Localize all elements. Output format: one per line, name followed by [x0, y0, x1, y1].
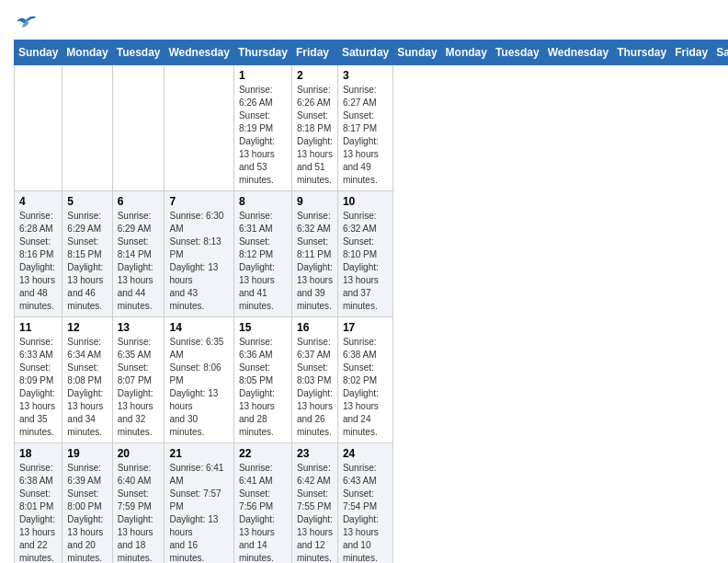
header-saturday: Saturday	[337, 40, 392, 65]
day-info: Sunrise: 6:37 AM Sunset: 8:03 PM Dayligh…	[297, 336, 333, 439]
header-thursday: Thursday	[233, 40, 291, 65]
day-number: 14	[169, 321, 228, 334]
day-cell: 5Sunrise: 6:29 AM Sunset: 8:15 PM Daylig…	[63, 191, 112, 317]
day-cell: 18Sunrise: 6:38 AM Sunset: 8:01 PM Dayli…	[15, 443, 63, 564]
day-cell: 20Sunrise: 6:40 AM Sunset: 7:59 PM Dayli…	[112, 443, 165, 564]
col-header-thursday: Thursday	[613, 40, 671, 65]
day-cell: 21Sunrise: 6:41 AM Sunset: 7:57 PM Dayli…	[165, 443, 233, 564]
day-info: Sunrise: 6:43 AM Sunset: 7:54 PM Dayligh…	[343, 462, 388, 563]
day-cell: 12Sunrise: 6:34 AM Sunset: 8:08 PM Dayli…	[63, 317, 112, 443]
day-cell: 6Sunrise: 6:29 AM Sunset: 8:14 PM Daylig…	[112, 191, 165, 317]
calendar-table: SundayMondayTuesdayWednesdayThursdayFrid…	[14, 40, 728, 563]
day-number: 23	[297, 447, 333, 460]
day-number: 2	[297, 69, 333, 82]
week-row-4: 18Sunrise: 6:38 AM Sunset: 8:01 PM Dayli…	[15, 443, 729, 564]
week-row-3: 11Sunrise: 6:33 AM Sunset: 8:09 PM Dayli…	[15, 317, 729, 443]
day-info: Sunrise: 6:34 AM Sunset: 8:08 PM Dayligh…	[67, 336, 107, 439]
header-wednesday: Wednesday	[165, 40, 233, 65]
day-number: 3	[343, 69, 388, 82]
day-number: 21	[169, 447, 228, 460]
day-info: Sunrise: 6:27 AM Sunset: 8:17 PM Dayligh…	[343, 84, 388, 187]
day-info: Sunrise: 6:32 AM Sunset: 8:10 PM Dayligh…	[343, 210, 388, 313]
header-monday: Monday	[63, 40, 112, 65]
day-info: Sunrise: 6:35 AM Sunset: 8:06 PM Dayligh…	[169, 336, 228, 439]
day-info: Sunrise: 6:26 AM Sunset: 8:19 PM Dayligh…	[239, 84, 287, 187]
day-cell: 19Sunrise: 6:39 AM Sunset: 8:00 PM Dayli…	[63, 443, 112, 564]
day-info: Sunrise: 6:33 AM Sunset: 8:09 PM Dayligh…	[19, 336, 57, 439]
header-sunday: Sunday	[15, 40, 63, 65]
day-cell: 17Sunrise: 6:38 AM Sunset: 8:02 PM Dayli…	[337, 317, 392, 443]
day-info: Sunrise: 6:32 AM Sunset: 8:11 PM Dayligh…	[297, 210, 333, 313]
week-row-2: 4Sunrise: 6:28 AM Sunset: 8:16 PM Daylig…	[15, 191, 729, 317]
day-info: Sunrise: 6:41 AM Sunset: 7:56 PM Dayligh…	[239, 462, 287, 563]
day-number: 6	[118, 195, 160, 208]
header-tuesday: Tuesday	[112, 40, 165, 65]
day-number: 11	[19, 321, 57, 334]
day-cell: 2Sunrise: 6:26 AM Sunset: 8:18 PM Daylig…	[291, 65, 337, 191]
day-number: 19	[67, 447, 107, 460]
day-number: 1	[239, 69, 287, 82]
day-info: Sunrise: 6:42 AM Sunset: 7:55 PM Dayligh…	[297, 462, 333, 563]
col-header-tuesday: Tuesday	[491, 40, 543, 65]
day-info: Sunrise: 6:26 AM Sunset: 8:18 PM Dayligh…	[297, 84, 333, 187]
day-cell: 11Sunrise: 6:33 AM Sunset: 8:09 PM Dayli…	[15, 317, 63, 443]
day-number: 9	[297, 195, 333, 208]
day-cell	[63, 65, 112, 191]
day-cell	[165, 65, 233, 191]
day-info: Sunrise: 6:29 AM Sunset: 8:14 PM Dayligh…	[118, 210, 160, 313]
day-number: 5	[67, 195, 107, 208]
day-info: Sunrise: 6:38 AM Sunset: 8:02 PM Dayligh…	[343, 336, 388, 439]
day-cell: 16Sunrise: 6:37 AM Sunset: 8:03 PM Dayli…	[291, 317, 337, 443]
day-info: Sunrise: 6:39 AM Sunset: 8:00 PM Dayligh…	[67, 462, 107, 563]
day-cell: 23Sunrise: 6:42 AM Sunset: 7:55 PM Dayli…	[291, 443, 337, 564]
col-header-monday: Monday	[441, 40, 491, 65]
day-cell: 22Sunrise: 6:41 AM Sunset: 7:56 PM Dayli…	[233, 443, 291, 564]
day-cell: 13Sunrise: 6:35 AM Sunset: 8:07 PM Dayli…	[112, 317, 165, 443]
day-cell: 3Sunrise: 6:27 AM Sunset: 8:17 PM Daylig…	[337, 65, 392, 191]
day-number: 15	[239, 321, 287, 334]
col-header-sunday: Sunday	[393, 40, 441, 65]
day-info: Sunrise: 6:36 AM Sunset: 8:05 PM Dayligh…	[239, 336, 287, 439]
day-info: Sunrise: 6:41 AM Sunset: 7:57 PM Dayligh…	[169, 462, 228, 563]
day-number: 7	[169, 195, 228, 208]
day-cell: 8Sunrise: 6:31 AM Sunset: 8:12 PM Daylig…	[233, 191, 291, 317]
day-number: 12	[67, 321, 107, 334]
day-cell	[15, 65, 63, 191]
day-cell: 15Sunrise: 6:36 AM Sunset: 8:05 PM Dayli…	[233, 317, 291, 443]
day-number: 22	[239, 447, 287, 460]
day-info: Sunrise: 6:38 AM Sunset: 8:01 PM Dayligh…	[19, 462, 57, 563]
day-cell: 1Sunrise: 6:26 AM Sunset: 8:19 PM Daylig…	[233, 65, 291, 191]
page-header	[14, 9, 714, 32]
week-row-1: 1Sunrise: 6:26 AM Sunset: 8:19 PM Daylig…	[15, 65, 729, 191]
day-cell: 10Sunrise: 6:32 AM Sunset: 8:10 PM Dayli…	[337, 191, 392, 317]
day-info: Sunrise: 6:28 AM Sunset: 8:16 PM Dayligh…	[19, 210, 57, 313]
logo-bird-icon	[16, 14, 38, 32]
day-info: Sunrise: 6:40 AM Sunset: 7:59 PM Dayligh…	[118, 462, 160, 563]
day-number: 16	[297, 321, 333, 334]
day-cell: 7Sunrise: 6:30 AM Sunset: 8:13 PM Daylig…	[165, 191, 233, 317]
day-number: 18	[19, 447, 57, 460]
col-header-saturday: Saturday	[712, 40, 728, 65]
header-friday: Friday	[291, 40, 337, 65]
day-cell: 4Sunrise: 6:28 AM Sunset: 8:16 PM Daylig…	[15, 191, 63, 317]
day-number: 8	[239, 195, 287, 208]
day-number: 4	[19, 195, 57, 208]
day-cell: 9Sunrise: 6:32 AM Sunset: 8:11 PM Daylig…	[291, 191, 337, 317]
day-cell	[112, 65, 165, 191]
day-number: 13	[118, 321, 160, 334]
header-row: SundayMondayTuesdayWednesdayThursdayFrid…	[15, 40, 729, 65]
day-cell: 14Sunrise: 6:35 AM Sunset: 8:06 PM Dayli…	[165, 317, 233, 443]
col-header-friday: Friday	[671, 40, 712, 65]
day-number: 20	[118, 447, 160, 460]
day-info: Sunrise: 6:35 AM Sunset: 8:07 PM Dayligh…	[118, 336, 160, 439]
day-cell: 24Sunrise: 6:43 AM Sunset: 7:54 PM Dayli…	[337, 443, 392, 564]
logo	[14, 14, 38, 32]
day-number: 10	[343, 195, 388, 208]
day-number: 17	[343, 321, 388, 334]
day-info: Sunrise: 6:31 AM Sunset: 8:12 PM Dayligh…	[239, 210, 287, 313]
day-info: Sunrise: 6:29 AM Sunset: 8:15 PM Dayligh…	[67, 210, 107, 313]
col-header-wednesday: Wednesday	[543, 40, 612, 65]
day-number: 24	[343, 447, 388, 460]
day-info: Sunrise: 6:30 AM Sunset: 8:13 PM Dayligh…	[169, 210, 228, 313]
